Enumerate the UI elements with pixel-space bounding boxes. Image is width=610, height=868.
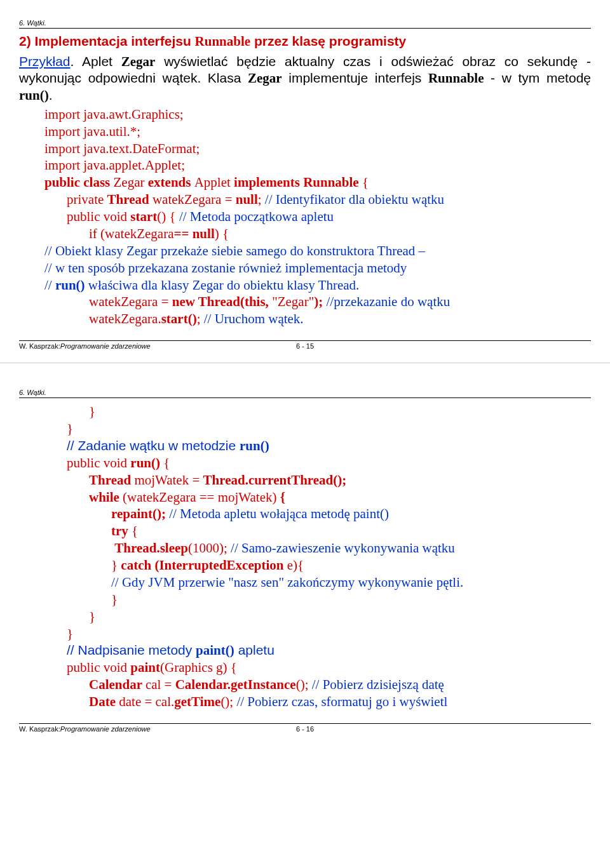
code-block-1: import java.awt.Graphics; import java.ut… [44,106,591,328]
kw: public void [67,455,130,471]
param: (Graphics g) { [160,660,237,675]
id: Applet [194,175,234,190]
footer-author: W. Kasprzak: [19,342,60,350]
footer-page: 6 - 16 [296,725,314,733]
code-line: // Zadanie wątku w metodzie run() [44,437,591,455]
code-line: if (watekZegara== null) { [44,225,591,243]
comment: //przekazanie do wątku [326,294,450,309]
semi: ; [258,192,265,207]
code-line: } [44,420,591,437]
brace: e){ [287,558,304,573]
section-title: 2) Implementacja interfejsu Runnable prz… [19,34,591,50]
code-line: import java.awt.Graphics; [44,106,591,123]
slide-2: 6. Wątki. } } // Zadanie wątku w metodzi… [0,370,610,739]
code-line: // Obiekt klasy Zegar przekaże siebie sa… [44,243,591,260]
type: Thread [107,192,152,207]
title-code: Runnable [195,34,251,49]
title-post: przez klasę programisty [250,34,406,48]
run: run() [240,438,269,453]
code-line: } catch (InterruptedException e){ [44,557,591,574]
kw: public void [67,660,130,675]
comment: // Nadpisanie metody [67,643,196,657]
expr: watekZegara. [89,311,161,326]
brace: { [163,455,170,471]
method: run() [130,455,163,471]
slide-divider [0,363,610,363]
brace: { [280,490,285,505]
brace: { [132,523,138,538]
code-line: while (watekZegara == mojWatek) { [44,489,591,506]
code-line: import java.util.*; [44,123,591,140]
code-line: } [44,591,591,608]
intro-zegar2: Zegar [248,70,282,86]
semi: ; [197,311,204,326]
intro-a: . Aplet [71,54,121,69]
arg: (1000); [188,540,231,556]
kw: implements Runnable [234,175,362,190]
call: Calendar.getInstance [175,677,296,692]
brace: { [362,175,369,190]
code-line: private Thread watekZegara = null; // Id… [44,191,591,208]
new: new Thread(this, [172,294,272,309]
footer-page: 6 - 15 [296,342,314,350]
code-line: public void start() { // Metoda początko… [44,208,591,225]
code-line: repaint(); // Metoda apletu wołająca met… [44,505,591,523]
call: repaint(); [111,506,169,521]
przyklad-link[interactable]: Przykład [19,54,71,69]
expr: watekZegara = [89,294,172,309]
code-line: // Nadpisanie metody paint() apletu [44,642,591,659]
intro-e: . [49,88,53,102]
code-line: Thread.sleep(1000); // Samo-zawieszenie … [44,540,591,557]
intro-zegar1: Zegar [121,54,156,69]
id: watekZegara = [152,192,236,207]
kw: while [89,490,123,505]
call: getTime [174,694,220,709]
semi: (); [220,694,236,709]
code-line: Date date = cal.getTime(); // Pobierz cz… [44,693,591,711]
code-line: Thread mojWatek = Thread.currentThread()… [44,472,591,489]
code-line: import java.applet.Applet; [44,157,591,174]
comment: // Pobierz czas, sformatuj go i wyświetl [236,694,447,709]
code-line: import java.text.DateFormat; [44,140,591,157]
paint: paint() [196,643,234,658]
code-line: // w ten sposób przekazana zostanie równ… [44,260,591,277]
kw: public void [67,209,130,224]
comment: // Zadanie wątku w metodzie [67,438,240,453]
method: start [130,209,157,224]
intro-runnable: Runnable [428,70,484,86]
paren: ); [314,294,326,309]
intro-paragraph: Przykład. Aplet Zegar wyświetlać będzie … [19,53,591,103]
slide-footer: W. Kasprzak: Programowanie zdarzeniowe 6… [19,723,591,733]
call: Thread.currentThread(); [203,472,347,488]
comment: właściwa dla klasy Zegar do obiektu klas… [85,277,360,293]
comment: // Identyfikator dla obiektu wątku [265,192,444,207]
slide-header: 6. Wątki. [19,389,591,398]
start: start() [161,311,197,326]
footer-course: Programowanie zdarzeniowe [60,342,151,350]
comment: // Uruchom wątek. [204,311,304,326]
method: paint [130,660,160,675]
null: null [236,192,258,207]
kw: public class [44,175,114,190]
code-line: } [44,608,591,625]
intro-c: implementuje interfejs [282,70,428,85]
code-line: public class Zegar extends Applet implem… [44,174,591,191]
type: Thread [89,472,134,488]
comment: // Metoda apletu wołająca metodę paint() [169,506,389,521]
expr: date = cal. [119,694,174,709]
type: Calendar [89,677,146,692]
str: "Zegar" [272,294,314,309]
comment: // Samo-zawieszenie wykonywania wątku [231,540,455,556]
expr: mojWatek = [134,472,203,488]
comment: // [44,277,55,293]
comment: // Pobierz dzisiejszą datę [312,677,444,692]
slide-footer: W. Kasprzak: Programowanie zdarzeniowe 6… [19,340,591,350]
code-line: watekZegara.start(); // Uruchom wątek. [44,310,591,328]
null: == null [174,226,215,241]
comment: // Metoda początkowa apletu [179,209,334,224]
kw: private [67,192,107,207]
kw: extends [148,175,194,190]
intro-d: - w tym metodę [484,70,591,85]
code-line: public void run() { [44,455,591,472]
intro-run: run() [19,88,49,103]
